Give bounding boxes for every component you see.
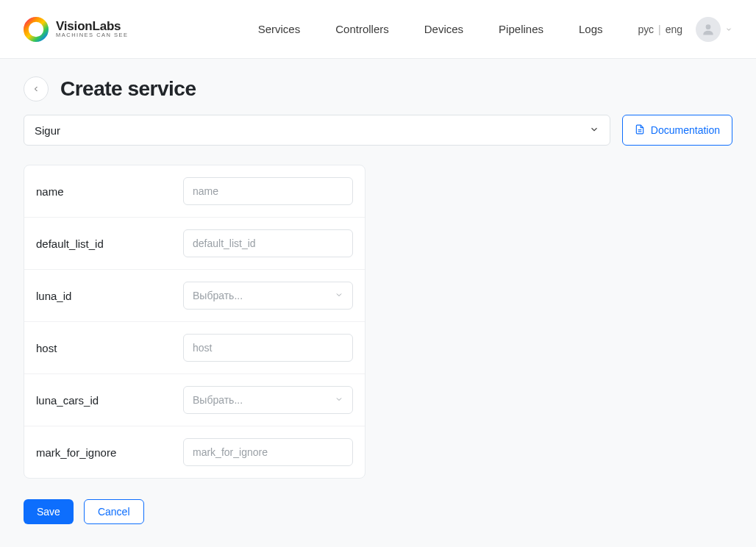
service-form: name default_list_id luna_id Выбрать... … (24, 165, 365, 479)
row-name: name (24, 165, 365, 218)
svg-point-1 (706, 24, 711, 29)
nav-logs[interactable]: Logs (579, 23, 603, 35)
header-right: рус | eng (638, 17, 732, 42)
brand-subtitle: MACHINES CAN SEE (56, 32, 129, 38)
row-default-list-id: default_list_id (24, 218, 365, 270)
label-host: host (36, 342, 183, 354)
form-actions: Save Cancel (24, 499, 732, 524)
title-row: Create service (24, 76, 732, 101)
brand-text: VisionLabs MACHINES CAN SEE (56, 20, 129, 39)
row-luna-cars-id: luna_cars_id Выбрать... (24, 374, 365, 426)
label-name: name (36, 185, 183, 198)
mark-for-ignore-input[interactable] (183, 438, 353, 466)
chevron-down-icon (335, 394, 343, 406)
label-luna-cars-id: luna_cars_id (36, 394, 183, 407)
default-list-id-input[interactable] (183, 229, 353, 257)
top-controls: Sigur Documentation (24, 115, 732, 146)
name-input[interactable] (183, 177, 353, 205)
nav-devices[interactable]: Devices (424, 23, 463, 35)
nav-pipelines[interactable]: Pipelines (499, 23, 543, 35)
profile-dropdown[interactable] (696, 17, 732, 42)
app-header: VisionLabs MACHINES CAN SEE Services Con… (0, 0, 756, 59)
avatar-icon (696, 17, 721, 42)
save-button[interactable]: Save (24, 499, 74, 524)
lang-ru[interactable]: рус (638, 24, 654, 35)
brand-logo-icon (24, 17, 49, 42)
document-icon (635, 124, 645, 137)
chevron-down-icon (335, 290, 343, 301)
service-type-select[interactable]: Sigur (24, 115, 610, 146)
lang-en[interactable]: eng (666, 24, 682, 35)
luna-cars-id-placeholder: Выбрать... (193, 394, 243, 406)
service-type-value: Sigur (35, 124, 60, 137)
host-input[interactable] (183, 334, 353, 362)
documentation-label: Documentation (651, 124, 720, 136)
row-host: host (24, 322, 365, 374)
top-nav: Services Controllers Devices Pipelines L… (258, 23, 603, 35)
brand-block[interactable]: VisionLabs MACHINES CAN SEE (24, 17, 129, 42)
row-luna-id: luna_id Выбрать... (24, 270, 365, 322)
brand-title: VisionLabs (56, 20, 129, 33)
chevron-down-icon (589, 124, 599, 137)
documentation-button[interactable]: Documentation (622, 115, 732, 146)
chevron-down-icon (725, 23, 732, 36)
luna-cars-id-select[interactable]: Выбрать... (183, 386, 353, 414)
back-button[interactable] (24, 76, 49, 101)
page-body: Create service Sigur Documentation name … (0, 59, 756, 542)
row-mark-for-ignore: mark_for_ignore (24, 426, 365, 478)
label-luna-id: luna_id (36, 290, 183, 302)
page-title: Create service (60, 77, 196, 101)
language-switch: рус | eng (638, 24, 682, 35)
nav-services[interactable]: Services (258, 23, 301, 35)
luna-id-select[interactable]: Выбрать... (183, 282, 353, 310)
label-default-list-id: default_list_id (36, 237, 183, 250)
luna-id-placeholder: Выбрать... (193, 290, 243, 301)
nav-controllers[interactable]: Controllers (335, 23, 389, 35)
svg-point-0 (26, 19, 46, 39)
cancel-button[interactable]: Cancel (84, 499, 144, 524)
label-mark-for-ignore: mark_for_ignore (36, 446, 183, 459)
lang-separator: | (658, 24, 661, 35)
